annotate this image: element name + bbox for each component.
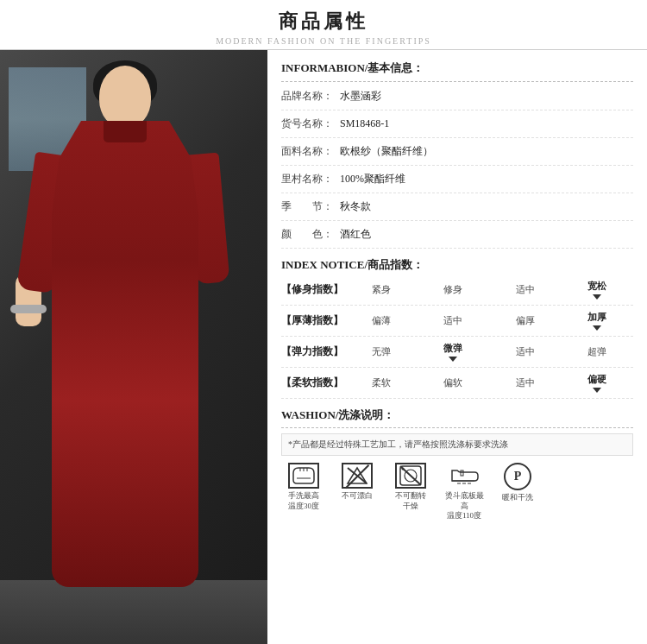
main-content: INFORMABION/基本信息： 品牌名称： 水墨涵彩 货号名称： SM184… (0, 50, 647, 644)
no-bleach-label: 不可漂白 (342, 491, 373, 502)
index-opt-so-1: 柔软 (372, 376, 391, 389)
index-row-fit: 【修身指数】 紧身 修身 适中 宽松 (281, 280, 633, 306)
info-row-material: 面料名称： 欧根纱（聚酯纤维） (281, 144, 633, 166)
dress-body (52, 121, 198, 587)
info-row-model: 货号名称： SM18468-1 (281, 117, 633, 138)
info-value-season: 秋冬款 (340, 199, 371, 214)
index-opt-th-3: 偏厚 (516, 314, 535, 327)
index-opt-st-4: 超弹 (587, 345, 606, 358)
index-opt-th-4: 加厚 (587, 311, 606, 331)
info-label-model: 货号名称： (281, 117, 340, 131)
info-label-brand: 品牌名称： (281, 89, 340, 104)
svg-rect-7 (461, 470, 463, 476)
info-label-season: 季 节： (281, 199, 340, 214)
index-label-fit: 【修身指数】 (281, 282, 345, 297)
info-value-lining: 100%聚酯纤维 (340, 172, 405, 186)
dress-collar (104, 121, 147, 142)
wash-icon-dryclean: P 暖和干洗 (495, 463, 540, 503)
iron-icon (449, 463, 480, 489)
index-section-title: INDEX NOTICE/商品指数： (281, 257, 633, 273)
index-opt-fit-1: 紧身 (372, 283, 391, 296)
info-label-color: 颜 色： (281, 227, 340, 242)
info-row-lining: 里村名称： 100%聚酯纤维 (281, 172, 633, 193)
index-opt-st-3: 适中 (516, 345, 535, 358)
page-title: 商品属性 (0, 9, 647, 35)
dryclean-icon: P (504, 463, 531, 490)
wash-icons-row: 手洗最高温度30度 不可漂白 (281, 463, 633, 521)
wash-icon-no-bleach: 不可漂白 (335, 463, 380, 502)
info-row-brand: 品牌名称： 水墨涵彩 (281, 89, 633, 110)
model-head (99, 66, 151, 128)
wash-section: WASHION/洗涤说明： *产品都是经过特殊工艺加工，请严格按照洗涤标要求洗涤… (281, 407, 633, 521)
index-opt-fit-4: 宽松 (587, 280, 606, 300)
index-options-soft: 柔软 偏软 适中 偏硬 (345, 373, 633, 393)
svg-line-2 (348, 468, 367, 483)
handwash-icon (288, 463, 319, 489)
info-section-title: INFORMABION/基本信息： (281, 60, 633, 82)
info-row-color: 颜 色： 酒红色 (281, 227, 633, 249)
index-opt-so-3: 适中 (516, 376, 535, 389)
index-label-stretch: 【弹力指数】 (281, 344, 345, 359)
index-opt-so-2: 偏软 (443, 376, 462, 389)
wash-section-title: WASHION/洗涤说明： (281, 407, 633, 428)
index-opt-th-1: 偏薄 (372, 314, 391, 327)
index-opt-st-1: 无弹 (372, 345, 391, 358)
arrow-down-icon (593, 294, 601, 300)
no-tumble-label: 不可翻转干燥 (395, 491, 426, 511)
index-opt-so-4: 偏硬 (587, 373, 606, 393)
svg-line-6 (400, 466, 421, 485)
arrow-down-icon-3 (449, 357, 457, 362)
page-subtitle: MODERN FASHION ON THE FINGERTIPS (0, 36, 647, 46)
arrow-down-icon-2 (593, 325, 601, 331)
wash-icon-no-tumble: 不可翻转干燥 (388, 463, 433, 511)
index-options-thickness: 偏薄 适中 偏厚 加厚 (345, 311, 633, 331)
index-row-thickness: 【厚薄指数】 偏薄 适中 偏厚 加厚 (281, 311, 633, 337)
wash-icon-iron: 烫斗底板最高温度110度 (442, 463, 487, 521)
info-label-lining: 里村名称： (281, 172, 340, 186)
index-opt-fit-3: 适中 (516, 283, 535, 296)
index-opt-fit-2: 修身 (443, 283, 462, 296)
info-value-color: 酒红色 (340, 227, 371, 242)
no-bleach-icon (342, 463, 373, 489)
sofa-bg (0, 580, 267, 644)
iron-label: 烫斗底板最高温度110度 (442, 491, 487, 521)
no-tumble-icon (395, 463, 426, 489)
info-label-material: 面料名称： (281, 144, 340, 159)
index-label-thickness: 【厚薄指数】 (281, 313, 345, 328)
index-row-stretch: 【弹力指数】 无弹 微弹 适中 超弹 (281, 342, 633, 368)
index-row-soft: 【柔软指数】 柔软 偏软 适中 偏硬 (281, 373, 633, 399)
index-options-fit: 紧身 修身 适中 宽松 (345, 280, 633, 300)
wash-note: *产品都是经过特殊工艺加工，请严格按照洗涤标要求洗涤 (281, 433, 633, 456)
info-row-season: 季 节： 秋冬款 (281, 199, 633, 221)
page-header: 商品属性 MODERN FASHION ON THE FINGERTIPS (0, 0, 647, 50)
info-value-material: 欧根纱（聚酯纤维） (340, 144, 433, 159)
index-section: INDEX NOTICE/商品指数： 【修身指数】 紧身 修身 适中 宽松 【厚… (281, 257, 633, 399)
product-info-panel: INFORMABION/基本信息： 品牌名称： 水墨涵彩 货号名称： SM184… (267, 50, 647, 644)
info-value-model: SM18468-1 (340, 117, 389, 130)
index-opt-st-2: 微弹 (443, 342, 462, 362)
product-image (0, 50, 267, 644)
index-options-stretch: 无弹 微弹 适中 超弹 (345, 342, 633, 362)
wash-icon-handwash: 手洗最高温度30度 (281, 463, 326, 511)
handwash-label: 手洗最高温度30度 (288, 491, 319, 511)
index-label-soft: 【柔软指数】 (281, 376, 345, 390)
arrow-down-icon-4 (593, 388, 601, 393)
bracelet (10, 305, 47, 313)
dryclean-label: 暖和干洗 (502, 493, 533, 503)
info-value-brand: 水墨涵彩 (340, 89, 381, 104)
index-opt-th-2: 适中 (443, 314, 462, 327)
